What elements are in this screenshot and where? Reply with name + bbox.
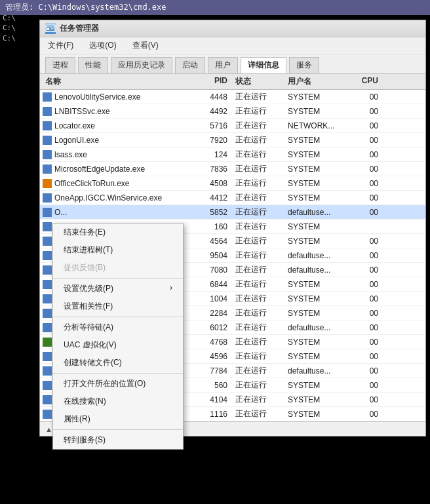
process-cpu: 00 <box>355 164 381 174</box>
process-cpu: 00 <box>355 92 381 102</box>
process-user: SYSTEM <box>283 351 355 362</box>
process-status: 正在运行 <box>230 134 283 146</box>
context-menu: 结束任务(E)结束进程树(T)提供反馈(B)设置优先级(P)›设置相关性(F)分… <box>52 223 184 450</box>
process-cpu: 00 <box>355 409 381 419</box>
col-header-pid[interactable]: PID <box>191 75 230 88</box>
process-user: defaultuse... <box>283 250 355 261</box>
process-name: lsass.exe <box>54 150 87 159</box>
process-pid: 5852 <box>191 207 230 218</box>
process-pid: 4492 <box>191 106 230 117</box>
process-name: LNBITSSvc.exe <box>54 107 110 116</box>
process-user: SYSTEM <box>283 92 355 102</box>
process-status: 正在运行 <box>230 148 283 161</box>
col-header-status[interactable]: 状态 <box>230 75 283 88</box>
menu-view[interactable]: 查看(V) <box>130 39 161 52</box>
row-name-cell: Locator.exe <box>40 121 191 130</box>
process-icon <box>43 251 52 260</box>
process-cpu: 00 <box>355 308 381 319</box>
process-status: 正在运行 <box>230 292 283 305</box>
process-status: 正在运行 <box>230 379 283 391</box>
row-name-cell: OfficeClickToRun.exe <box>40 179 191 188</box>
table-row[interactable]: lsass.exe 124 正在运行 SYSTEM 00 <box>40 147 425 162</box>
process-cpu: 00 <box>355 121 381 131</box>
tm-titlebar: 任务管理器 <box>40 20 425 37</box>
process-pid: 4768 <box>191 337 230 347</box>
ctx-menu-item[interactable]: 在线搜索(N) <box>53 393 183 410</box>
svg-rect-3 <box>50 28 54 29</box>
col-header-cpu[interactable]: CPU <box>355 75 381 88</box>
process-cpu: 00 <box>355 366 381 376</box>
col-header-name[interactable]: 名称 <box>40 75 191 88</box>
ctx-menu-item[interactable]: 分析等待链(A) <box>53 319 183 336</box>
process-pid: 9504 <box>191 250 230 261</box>
ctx-menu-item[interactable]: 打开文件所在的位置(O) <box>53 375 183 393</box>
ctx-menu-item[interactable]: 创建转储文件(C) <box>53 354 183 372</box>
process-pid: 4412 <box>191 193 230 203</box>
tab-users[interactable]: 用户 <box>208 57 238 73</box>
process-cpu: 00 <box>355 265 381 275</box>
table-row[interactable]: LogonUI.exe 7920 正在运行 SYSTEM 00 <box>40 133 425 147</box>
statusbar-chevron: ▲ <box>45 425 52 433</box>
ctx-separator <box>53 317 183 317</box>
row-name-cell: O... <box>40 208 191 217</box>
process-status: 正在运行 <box>230 278 283 290</box>
ctx-menu-item: 提供反馈(B) <box>53 259 183 277</box>
process-cpu: 00 <box>355 279 381 290</box>
process-name: MicrosoftEdgeUpdate.exe <box>54 165 145 174</box>
table-row[interactable]: O... 5852 正在运行 defaultuse... 00 <box>40 205 425 220</box>
process-icon <box>43 179 52 188</box>
process-status: 正在运行 <box>230 206 283 218</box>
process-pid: 7836 <box>191 164 230 174</box>
process-cpu: 00 <box>355 322 381 333</box>
tab-details[interactable]: 详细信息 <box>241 57 286 73</box>
ctx-menu-item[interactable]: 设置优先级(P)› <box>53 280 183 298</box>
tm-menubar: 文件(F) 选项(O) 查看(V) <box>40 37 425 54</box>
process-user: defaultuse... <box>283 265 355 275</box>
process-pid: 6012 <box>191 322 230 333</box>
process-status: 正在运行 <box>230 119 283 132</box>
process-pid: 4104 <box>191 395 230 405</box>
tm-title: 任务管理器 <box>60 23 99 34</box>
process-pid: 4508 <box>191 178 230 189</box>
process-pid: 2284 <box>191 308 230 319</box>
process-status: 正在运行 <box>230 191 283 204</box>
ctx-menu-item[interactable]: 属性(R) <box>53 410 183 428</box>
process-icon <box>43 121 52 130</box>
tab-process[interactable]: 进程 <box>45 57 75 73</box>
tab-app-history[interactable]: 应用历史记录 <box>111 57 172 73</box>
process-icon <box>43 107 52 116</box>
ctx-menu-item[interactable]: 设置相关性(F) <box>53 298 183 315</box>
menu-file[interactable]: 文件(F) <box>45 39 76 52</box>
tab-startup[interactable]: 启动 <box>175 57 205 73</box>
row-name-cell: LenovoUtilityService.exe <box>40 92 191 102</box>
table-row[interactable]: OfficeClickToRun.exe 4508 正在运行 SYSTEM 00 <box>40 176 425 191</box>
process-cpu <box>355 226 381 227</box>
process-cpu: 00 <box>355 207 381 218</box>
process-cpu: 00 <box>355 149 381 160</box>
process-user: defaultuse... <box>283 207 355 218</box>
process-icon <box>43 222 52 231</box>
process-pid: 7784 <box>191 366 230 376</box>
ctx-menu-item[interactable]: 转到服务(S) <box>53 431 183 449</box>
tab-services[interactable]: 服务 <box>289 57 319 73</box>
process-pid: 7920 <box>191 135 230 145</box>
process-cpu: 00 <box>355 380 381 391</box>
process-user: NETWORK... <box>283 121 355 131</box>
ctx-menu-item[interactable]: 结束进程树(T) <box>53 241 183 259</box>
table-row[interactable]: Locator.exe 5716 正在运行 NETWORK... 00 <box>40 119 425 133</box>
table-row[interactable]: LenovoUtilityService.exe 4448 正在运行 SYSTE… <box>40 90 425 104</box>
table-row[interactable]: OneApp.IGCC.WinService.exe 4412 正在运行 SYS… <box>40 191 425 205</box>
ctx-menu-item[interactable]: UAC 虚拟化(V) <box>53 336 183 354</box>
ctx-separator <box>53 373 183 374</box>
col-header-user[interactable]: 用户名 <box>283 75 355 88</box>
table-row[interactable]: MicrosoftEdgeUpdate.exe 7836 正在运行 SYSTEM… <box>40 162 425 176</box>
process-icon <box>43 237 52 246</box>
process-pid: 560 <box>191 380 230 391</box>
process-pid: 7080 <box>191 265 230 275</box>
ctx-menu-item[interactable]: 结束任务(E) <box>53 223 183 241</box>
tab-performance[interactable]: 性能 <box>78 57 108 73</box>
process-icon <box>43 366 52 376</box>
menu-options[interactable]: 选项(O) <box>87 39 119 52</box>
process-pid: 160 <box>191 222 230 232</box>
table-row[interactable]: LNBITSSvc.exe 4492 正在运行 SYSTEM 00 <box>40 104 425 119</box>
